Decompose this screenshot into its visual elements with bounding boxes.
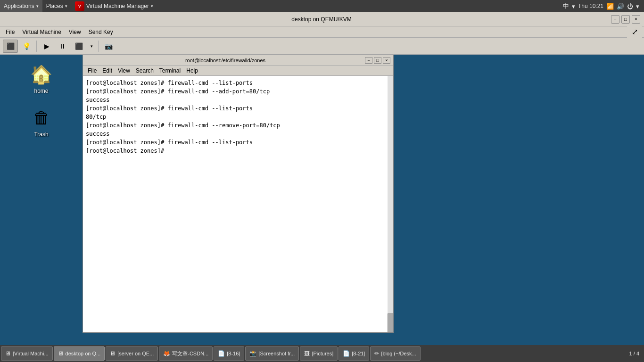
vmm-window-controls: − □ × — [611, 15, 640, 24]
desktop-sidebar: 🏠 home 🗑 Trash — [0, 55, 83, 345]
taskbar-item-8[interactable]: ✏ [blog (~/Desk... — [370, 346, 420, 361]
taskbar-icon-8: ✏ — [374, 350, 379, 357]
vmm-restore-btn[interactable]: □ — [621, 15, 630, 24]
toolbar-dropdown[interactable]: ▾ — [87, 40, 96, 53]
play-toolbar-btn[interactable]: ▶ — [39, 40, 54, 53]
terminal-titlebar: root@localhost:/etc/firewalld/zones − □ … — [83, 55, 393, 66]
pause-toolbar-btn[interactable]: ⏸ — [55, 40, 70, 53]
page-counter: 1 / 4 — [626, 351, 643, 356]
vmm-menubar: File Virtual Machine View Send Key ⤢ — [0, 26, 644, 38]
lang-arrow: ▾ — [572, 3, 575, 10]
applications-arrow: ▾ — [36, 4, 39, 8]
terminal-window: root@localhost:/etc/firewalld/zones − □ … — [83, 55, 394, 333]
taskbar-item-0[interactable]: 🖥 [Virtual Machi... — [1, 346, 53, 361]
taskbar-label-0: [Virtual Machi... — [13, 351, 49, 356]
wifi-icon: 📶 — [606, 3, 614, 10]
taskbar-icon-5: 📸 — [249, 350, 256, 357]
vmm-arrow: ▾ — [151, 4, 153, 8]
vmm-label: Virtual Machine Manager — [86, 3, 149, 9]
places-label: Places — [46, 3, 63, 9]
taskbar-item-6[interactable]: 🖼 [Pictures] — [300, 346, 338, 361]
taskbar-icon-4: 📄 — [218, 350, 225, 357]
terminal-title: root@localhost:/etc/firewalld/zones — [86, 58, 365, 63]
vmm-close-btn[interactable]: × — [632, 15, 640, 24]
home-icon: 🏠 — [30, 63, 53, 86]
taskbar-item-5[interactable]: 📸 [Screenshot fr... — [245, 346, 299, 361]
taskbar-label-5: [Screenshot fr... — [258, 351, 295, 356]
terminal-close-btn[interactable]: × — [383, 57, 390, 64]
vmm-minimize-btn[interactable]: − — [611, 15, 619, 24]
trash-label: Trash — [34, 131, 48, 138]
toolbar-sep-2 — [98, 41, 99, 52]
topbar-right: 中 ▾ Thu 10:21 📶 🔊 ⏻ ▾ — [563, 2, 644, 10]
taskbar-label-7: [8-21] — [352, 351, 365, 356]
vmm-menu-vm[interactable]: Virtual Machine — [18, 26, 65, 38]
vmm-logo-icon: V — [75, 1, 84, 11]
system-topbar: Applications ▾ Places ▾ V Virtual Machin… — [0, 0, 644, 12]
taskbar-label-6: [Pictures] — [312, 351, 333, 356]
applications-label: Applications — [4, 3, 34, 9]
taskbar-label-4: [8-16] — [227, 351, 240, 356]
vmm-menu[interactable]: V Virtual Machine Manager ▾ — [71, 0, 157, 12]
taskbar-icon-2: 🖥 — [110, 350, 116, 357]
taskbar-icon-1: 🖥 — [58, 350, 64, 357]
taskbar-item-7[interactable]: 📄 [8-21] — [339, 346, 369, 361]
terminal-minimize-btn[interactable]: − — [365, 57, 372, 64]
terminal-menu-edit[interactable]: Edit — [99, 66, 115, 76]
applications-menu[interactable]: Applications ▾ — [0, 0, 42, 12]
taskbar-label-2: [server on QE... — [117, 351, 154, 356]
terminal-menu-view[interactable]: View — [115, 66, 133, 76]
taskbar: 🖥 [Virtual Machi... 🖥 desktop on Q... 🖥 … — [0, 345, 644, 362]
toolbar-sep-1 — [36, 41, 37, 52]
terminal-menu-help[interactable]: Help — [183, 66, 201, 76]
bulb-toolbar-btn[interactable]: 💡 — [19, 40, 34, 53]
terminal-window-controls: − □ × — [365, 57, 390, 64]
taskbar-icon-7: 📄 — [343, 350, 350, 357]
vmm-menu-sendkey[interactable]: Send Key — [85, 26, 117, 38]
screenshot-toolbar-btn[interactable]: 📷 — [101, 40, 116, 53]
clock: Thu 10:21 — [578, 3, 603, 9]
taskbar-icon-6: 🖼 — [304, 350, 310, 357]
terminal-menubar: File Edit View Search Terminal Help — [83, 66, 393, 76]
places-menu[interactable]: Places ▾ — [42, 0, 71, 12]
home-label: home — [34, 88, 48, 94]
taskbar-item-4[interactable]: 📄 [8-16] — [214, 346, 244, 361]
power-arrow: ▾ — [636, 3, 639, 10]
taskbar-label-1: desktop on Q... — [66, 351, 101, 356]
trash-icon: 🗑 — [30, 107, 53, 129]
topbar-left: Applications ▾ Places ▾ V Virtual Machin… — [0, 0, 157, 12]
terminal-scrollbar[interactable] — [388, 76, 393, 332]
vmm-window-title: desktop on QEMU/KVM — [32, 16, 611, 23]
taskbar-item-2[interactable]: 🖥 [server on QE... — [106, 346, 158, 361]
taskbar-item-1[interactable]: 🖥 desktop on Q... — [54, 346, 105, 361]
home-desktop-icon[interactable]: 🏠 home — [20, 59, 63, 98]
expand-btn[interactable]: ⤢ — [627, 25, 642, 39]
taskbar-label-8: [blog (~/Desk... — [381, 351, 416, 356]
trash-desktop-icon[interactable]: 🗑 Trash — [20, 103, 63, 141]
terminal-restore-btn[interactable]: □ — [374, 57, 381, 64]
power-icon[interactable]: ⏻ — [627, 3, 633, 10]
main-content: 🏠 home 🗑 Trash root@localhost:/etc/firew… — [0, 55, 644, 345]
taskbar-item-3[interactable]: 🦊 写文章-CSDN... — [159, 346, 213, 361]
stop-toolbar-btn[interactable]: ⬛ — [71, 40, 86, 53]
vmm-titlebar: desktop on QEMU/KVM − □ × — [0, 12, 644, 26]
terminal-scrollthumb[interactable] — [388, 313, 393, 332]
screen-toolbar-btn[interactable]: ⬛ — [3, 40, 18, 53]
terminal-body[interactable]: [root@localhost zones]# firewall-cmd --l… — [83, 76, 393, 332]
taskbar-icon-3: 🦊 — [163, 350, 170, 357]
vmm-menu-file[interactable]: File — [2, 26, 18, 38]
vmm-toolbar: ⬛ 💡 ▶ ⏸ ⬛ ▾ 📷 — [0, 38, 644, 55]
terminal-menu-file[interactable]: File — [85, 66, 99, 76]
terminal-menu-search[interactable]: Search — [133, 66, 157, 76]
terminal-menu-terminal[interactable]: Terminal — [157, 66, 183, 76]
volume-icon: 🔊 — [617, 3, 624, 10]
vmm-menu-view[interactable]: View — [65, 26, 85, 38]
taskbar-label-3: 写文章-CSDN... — [172, 350, 208, 357]
lang-icon[interactable]: 中 — [563, 2, 569, 10]
taskbar-icon-0: 🖥 — [5, 350, 11, 357]
places-arrow: ▾ — [65, 4, 67, 8]
